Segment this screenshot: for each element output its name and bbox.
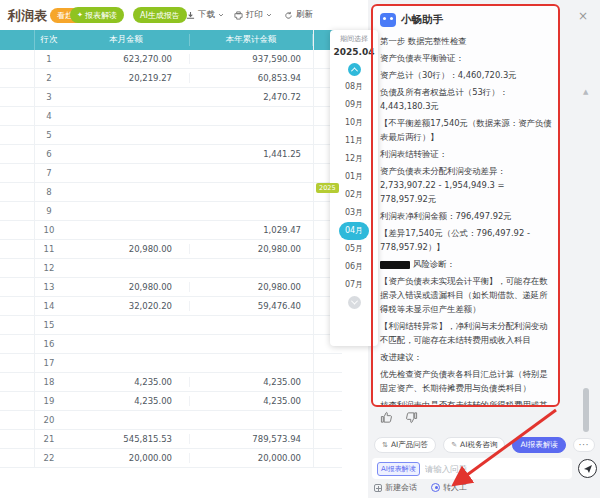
month-item[interactable]: 09月 — [339, 96, 369, 114]
table-row[interactable]: 9 — [0, 202, 342, 221]
cell-line-number: 15 — [35, 320, 63, 330]
chip-selected[interactable]: AI报表解读 — [512, 437, 565, 453]
to-human-agent-link[interactable]: 转人工 — [431, 482, 467, 493]
cell-line-number: 6 — [35, 149, 63, 159]
cell-item — [0, 335, 35, 353]
cell-ytd-amount: 20,980.00 — [190, 282, 313, 292]
cell-line-number: 3 — [35, 92, 63, 102]
report-interpret-button[interactable]: ✦报表解读 — [70, 7, 124, 23]
ai-generate-report-button[interactable]: AI生成报告 — [133, 7, 187, 23]
send-button[interactable] — [578, 459, 597, 478]
close-icon[interactable]: × — [578, 10, 588, 22]
table-row[interactable]: 7 — [0, 164, 342, 183]
month-item[interactable]: 11月 — [339, 132, 369, 150]
cell-line-number: 19 — [35, 396, 63, 406]
table-row[interactable]: 61,441.25 — [0, 145, 342, 164]
cell-month-amount: 4,235.00 — [63, 396, 190, 406]
month-item[interactable]: 08月 — [339, 78, 369, 96]
table-row[interactable]: 1623,270.00937,590.00 — [0, 50, 342, 69]
cell-ytd-amount: 20,980.00 — [190, 244, 313, 254]
more-chips-button[interactable]: ··· — [573, 438, 595, 452]
ai-scrollbar-thumb[interactable] — [583, 388, 589, 432]
table-row[interactable]: 194,235.004,235.00 — [0, 392, 342, 411]
cell-item — [0, 69, 35, 87]
assistant-footer: 新建会话 转人工 — [374, 482, 467, 493]
table-row[interactable]: 101,029.47 — [0, 221, 342, 240]
cell-ytd-amount: 20,000.00 — [190, 453, 313, 463]
question-input[interactable] — [425, 464, 567, 474]
table-row[interactable]: 1120,980.0020,980.00 — [0, 240, 342, 259]
assistant-paragraph: 改进建议： — [380, 350, 552, 364]
chip-label: AI报表解读 — [520, 440, 557, 450]
chip-item[interactable]: ⇅AI产品问答 — [374, 437, 436, 453]
chat-card: 小畅助手 第一步 数据完整性检查资产负债表平衡验证：资产总计（30行）：4,46… — [372, 4, 560, 406]
print-button[interactable]: 打印 — [234, 9, 272, 21]
cell-ytd-amount: 2,470.72 — [190, 92, 313, 102]
period-scroll-down-button[interactable] — [348, 296, 361, 309]
human-agent-icon — [431, 483, 440, 492]
cell-month-amount: 20,980.00 — [63, 244, 190, 254]
header-ytd-amount: 本年累计金额 — [190, 34, 313, 46]
month-item[interactable]: 02月 — [339, 186, 369, 204]
send-plane-icon — [583, 464, 593, 474]
period-scroll-up-button[interactable] — [348, 63, 361, 76]
refresh-button[interactable]: 刷新 — [284, 9, 313, 21]
thumbs-down-icon[interactable] — [405, 411, 418, 424]
scroll-up-arrow-icon[interactable]: ▲ — [583, 88, 588, 96]
cell-ytd-amount: 4,235.00 — [190, 377, 313, 387]
cell-item — [0, 316, 35, 334]
cell-item — [0, 183, 35, 201]
table-row[interactable]: 16 — [0, 335, 342, 354]
table-row[interactable]: 2220,000.0020,000.00 — [0, 449, 342, 468]
month-item[interactable]: 06月 — [339, 258, 369, 276]
table-row[interactable]: 1432,020.2059,476.40 — [0, 297, 342, 316]
chip-item[interactable]: ✎AI税务咨询 — [443, 437, 505, 453]
assistant-robot-icon — [380, 13, 396, 27]
table-row[interactable]: 12 — [0, 259, 342, 278]
table-row[interactable]: 17 — [0, 354, 342, 373]
cell-ytd-amount: 789,573.94 — [190, 434, 313, 444]
month-item[interactable]: 03月 — [339, 204, 369, 222]
month-item[interactable]: 01月 — [339, 168, 369, 186]
table-row[interactable]: 15 — [0, 316, 342, 335]
table-row[interactable]: 220,219.2760,853.94 — [0, 69, 342, 88]
month-list: 08月09月10月11月12月01月02月03月04月05月06月07月 — [339, 78, 369, 294]
chat-icon: ✎ — [451, 441, 457, 449]
cell-ytd-amount: 937,590.00 — [190, 54, 313, 64]
month-item-selected[interactable]: 04月 — [339, 222, 369, 240]
table-row[interactable]: 1320,980.0020,980.00 — [0, 278, 342, 297]
download-icon — [186, 11, 195, 20]
cell-item — [0, 50, 35, 68]
table-row[interactable]: 8 — [0, 183, 342, 202]
month-item[interactable]: 07月 — [339, 276, 369, 294]
cell-line-number: 21 — [35, 434, 63, 444]
table-row[interactable]: 32,470.72 — [0, 88, 342, 107]
assistant-paragraph: 优先检查资产负债表各科目汇总计算（特别是固定资产、长期待摊费用与负债类科目） — [380, 367, 552, 395]
download-button[interactable]: 下载 — [186, 9, 224, 21]
cell-line-number: 17 — [35, 358, 63, 368]
assistant-paragraph: 资产总计（30行）：4,460,720.3元 — [380, 68, 552, 82]
assistant-paragraph: 第一步 数据完整性检查 — [380, 34, 552, 48]
cell-line-number: 10 — [35, 225, 63, 235]
cell-item — [0, 297, 35, 315]
cell-line-number: 12 — [35, 263, 63, 273]
table-row[interactable]: 184,235.004,235.00 — [0, 373, 342, 392]
cell-line-number: 14 — [35, 301, 63, 311]
table-row[interactable]: 5 — [0, 126, 342, 145]
cell-line-number: 9 — [35, 206, 63, 216]
table-row[interactable]: 21545,815.53789,573.94 — [0, 430, 342, 449]
assistant-paragraph: 利润表结转验证： — [380, 147, 552, 161]
report-toolbar: 利润表 看趋势 ✦报表解读 AI生成报告 下载 打印 刷新 — [0, 0, 368, 30]
month-item[interactable]: 10月 — [339, 114, 369, 132]
month-item[interactable]: 05月 — [339, 240, 369, 258]
input-mode-tag: AI报表解读 — [377, 462, 420, 476]
chip-label: AI产品问答 — [391, 440, 428, 450]
redacted-text — [380, 261, 410, 269]
table-row[interactable]: 4 — [0, 107, 342, 126]
table-row[interactable]: 20 — [0, 411, 342, 430]
assistant-paragraph: 负债及所有者权益总计（53行）：4,443,180.3元 — [380, 85, 552, 113]
cell-line-number: 7 — [35, 168, 63, 178]
new-session-link[interactable]: 新建会话 — [374, 482, 417, 493]
thumbs-up-icon[interactable] — [380, 411, 393, 424]
month-item[interactable]: 12月 — [339, 150, 369, 168]
